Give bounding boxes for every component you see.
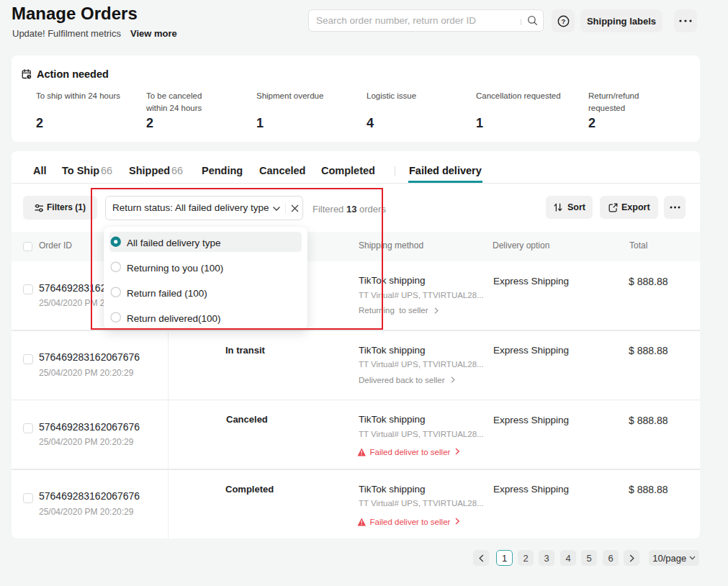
svg-text:?: ? (561, 17, 565, 25)
